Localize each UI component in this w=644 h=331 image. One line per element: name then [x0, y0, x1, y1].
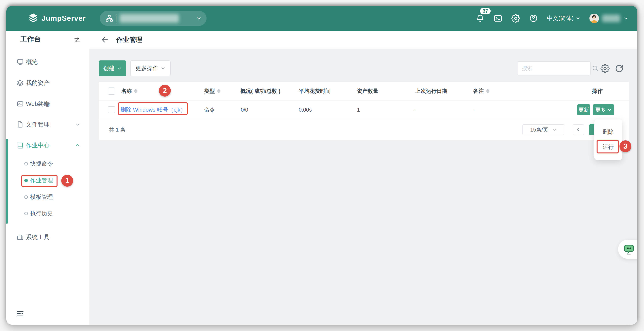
jumpserver-logo-icon — [28, 12, 38, 24]
row-checkbox[interactable] — [108, 106, 115, 113]
main-content: 创建 更多操作 — [89, 48, 637, 325]
table-header-row: 名称 类型 概况( 成功/总数 ) 平均花费时间 资产数量 上次运行日期 — [99, 82, 629, 100]
more-actions-label: 更多操作 — [136, 64, 158, 72]
page-size-select[interactable]: 15条/页 — [522, 124, 564, 135]
sidebar-item-label: 作业中心 — [26, 141, 50, 149]
topbar-actions: 37 — [476, 6, 628, 31]
brand-name: JumpServer — [42, 14, 86, 22]
support-chat-widget[interactable] — [618, 240, 637, 259]
chevron-down-icon — [607, 108, 612, 112]
topbar: JumpServer 37 — [6, 6, 637, 31]
sidebar-subitem-label: 执行历史 — [30, 210, 53, 217]
sidebar-item-system-tools[interactable]: 系统工具 — [6, 231, 89, 244]
job-avg-time: 0.00s — [299, 107, 312, 113]
chevron-down-icon — [552, 128, 557, 132]
table-settings-gear-icon[interactable] — [600, 64, 610, 73]
chevron-down-icon — [576, 16, 580, 21]
sidebar-subitem-template-management[interactable]: 模板管理 — [6, 192, 89, 203]
chevron-left-icon — [576, 127, 581, 132]
column-header-avg-time: 平均花费时间 — [299, 87, 331, 95]
refresh-icon[interactable] — [615, 64, 624, 73]
create-button-label: 创建 — [103, 64, 115, 72]
more-button[interactable]: 更多 — [593, 104, 614, 115]
bullet-icon — [24, 162, 28, 165]
monitor-icon — [17, 59, 24, 65]
layers-icon — [17, 80, 24, 86]
search-box — [517, 61, 591, 75]
search-input[interactable] — [518, 65, 592, 71]
app-window: JumpServer 37 — [6, 6, 637, 325]
sidebar-item-label: 我的资产 — [26, 79, 50, 87]
bullet-icon — [24, 212, 28, 215]
org-selector[interactable] — [100, 11, 206, 26]
book-icon — [17, 142, 24, 149]
column-header-overview: 概况( 成功/总数 ) — [240, 87, 280, 95]
search-icon[interactable] — [592, 65, 598, 72]
sidebar-item-label: 文件管理 — [26, 120, 50, 129]
switch-view-icon[interactable] — [74, 36, 81, 43]
brand[interactable]: JumpServer — [28, 6, 86, 31]
chevron-down-icon — [196, 16, 202, 21]
annotation-box-job-name — [118, 102, 188, 115]
sidebar-subitem-label: 快捷命令 — [30, 160, 53, 168]
job-assets: 1 — [357, 107, 360, 113]
sort-icon[interactable] — [217, 89, 220, 93]
column-header-type[interactable]: 类型 — [204, 87, 220, 95]
column-header-actions: 操作 — [592, 87, 603, 95]
sidebar-item-file-management[interactable]: 文件管理 — [6, 118, 89, 131]
annotation-box-run — [596, 140, 619, 153]
bullet-icon — [24, 195, 28, 199]
language-selector[interactable]: 中文(简体) — [547, 14, 580, 22]
chevron-down-icon — [117, 66, 122, 71]
chevron-down-icon — [161, 66, 166, 71]
help-icon[interactable] — [529, 14, 538, 23]
update-button[interactable]: 更新 — [577, 104, 590, 115]
sidebar-subitem-quick-command[interactable]: 快捷命令 — [6, 158, 89, 169]
notification-bell-icon[interactable]: 37 — [476, 14, 484, 23]
chat-bubble-icon — [623, 244, 635, 255]
sort-icon[interactable] — [134, 89, 138, 93]
job-last-run: - — [414, 107, 416, 113]
job-comment: - — [473, 107, 475, 113]
chevron-up-icon — [75, 143, 80, 148]
sidebar-item-label: 系统工具 — [26, 233, 50, 241]
organization-icon — [105, 14, 113, 22]
terminal-icon — [17, 100, 24, 107]
file-icon — [17, 121, 24, 128]
back-arrow-icon[interactable] — [101, 36, 109, 44]
annotation-step-2: 2 — [159, 85, 171, 97]
sidebar-item-web-terminal[interactable]: Web终端 — [6, 98, 89, 110]
job-type: 命令 — [204, 106, 215, 113]
sidebar-item-my-assets[interactable]: 我的资产 — [6, 77, 89, 89]
sidebar-item-label: Web终端 — [26, 100, 50, 108]
annotation-step-3: 3 — [620, 140, 631, 152]
annotation-box-job-management — [21, 175, 58, 187]
sidebar-item-overview[interactable]: 概览 — [6, 56, 89, 68]
user-menu[interactable] — [590, 14, 628, 23]
language-label: 中文(简体) — [547, 14, 574, 22]
column-header-last-run: 上次运行日期 — [415, 87, 447, 95]
sort-icon[interactable] — [486, 89, 490, 93]
more-actions-button[interactable]: 更多操作 — [130, 60, 170, 76]
org-divider — [116, 14, 116, 22]
job-overview: 0/0 — [241, 107, 248, 113]
avatar — [590, 14, 599, 23]
create-button[interactable]: 创建 — [99, 60, 126, 76]
page-header: 作业管理 — [89, 31, 637, 48]
select-all-checkbox[interactable] — [108, 87, 115, 95]
chevron-down-icon — [75, 122, 80, 127]
prev-page-button[interactable] — [573, 124, 584, 135]
annotation-step-1: 1 — [61, 175, 73, 187]
column-header-assets: 资产数量 — [357, 87, 378, 95]
column-header-name[interactable]: 名称 — [121, 87, 138, 95]
sidebar-item-job-center[interactable]: 作业中心 — [6, 139, 89, 152]
collapse-sidebar-icon[interactable] — [16, 309, 24, 318]
sidebar-subitem-execution-history[interactable]: 执行历史 — [6, 208, 89, 219]
org-name-redacted — [120, 14, 179, 23]
menu-item-delete[interactable]: 删除 — [594, 125, 622, 139]
table-footer: 共 1 条 15条/页 1 — [99, 119, 629, 140]
sidebar-subitem-label: 模板管理 — [30, 193, 53, 201]
gear-icon[interactable] — [511, 14, 520, 23]
web-terminal-icon[interactable] — [494, 14, 502, 23]
column-header-comment[interactable]: 备注 — [473, 87, 490, 95]
